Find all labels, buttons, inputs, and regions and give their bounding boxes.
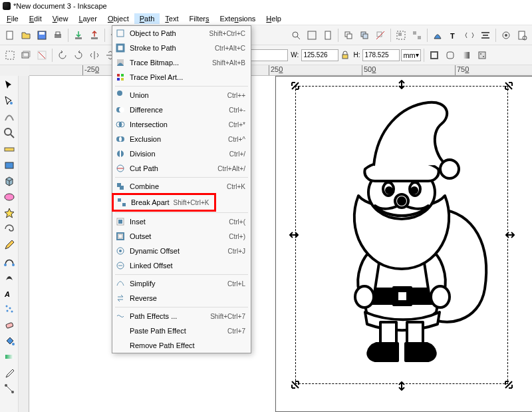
menu-item-reverse[interactable]: Reverse (112, 291, 251, 306)
duplicate-button[interactable] (341, 28, 356, 43)
zoom-selection-button[interactable] (289, 28, 303, 43)
pencil-tool[interactable] (1, 237, 17, 253)
menu-item-exclusion[interactable]: ExclusionCtrl+^ (112, 132, 251, 146)
xml-editor-button[interactable] (462, 28, 477, 43)
3dbox-tool[interactable] (1, 173, 17, 189)
spray-tool[interactable] (1, 301, 17, 317)
flip-h-button[interactable] (87, 48, 102, 63)
intersection-icon (115, 119, 126, 130)
clone-button[interactable] (357, 28, 372, 43)
spiral-tool[interactable] (1, 221, 17, 237)
menu-text[interactable]: Text (160, 13, 184, 24)
canvas-area[interactable] (29, 76, 532, 412)
scale-handle-n[interactable] (397, 80, 406, 89)
ellipse-tool[interactable] (1, 189, 17, 205)
scale-handle-ne[interactable] (504, 81, 513, 91)
measure-tool[interactable] (1, 141, 17, 157)
zoom-tool[interactable] (1, 125, 17, 141)
select-all-layers-button[interactable] (19, 48, 33, 63)
import-button[interactable] (71, 28, 86, 43)
menu-item-linked-offset[interactable]: Linked Offset (112, 258, 251, 273)
scale-handle-e[interactable] (505, 230, 515, 240)
bucket-tool[interactable] (1, 333, 17, 349)
print-button[interactable] (51, 28, 65, 43)
menu-item-cut-path[interactable]: Cut PathCtrl+Alt+/ (112, 161, 251, 176)
selector-tool[interactable] (1, 77, 17, 93)
deselect-button[interactable] (35, 48, 49, 63)
menu-item-simplify[interactable]: SimplifyCtrl+L (112, 276, 251, 291)
rotate-cw-button[interactable] (71, 48, 86, 63)
ruler-vertical (19, 76, 29, 412)
save-button[interactable] (35, 28, 49, 43)
zoom-page-button[interactable] (321, 28, 335, 43)
affect-stroke-button[interactable] (427, 48, 442, 63)
menu-item-dynamic-offset[interactable]: Dynamic OffsetCtrl+J (112, 244, 251, 258)
menu-item-trace-bitmap[interactable]: Trace Bitmap...Shift+Alt+B (112, 55, 251, 70)
text-tool[interactable]: A (1, 285, 17, 301)
star-tool[interactable] (1, 205, 17, 221)
menu-item-inset[interactable]: InsetCtrl+( (112, 214, 251, 229)
unit-selector[interactable]: mm ▾ (401, 49, 420, 61)
menu-layer[interactable]: Layer (73, 13, 102, 24)
menu-object[interactable]: Object (102, 13, 134, 24)
scale-handle-sw[interactable] (291, 380, 300, 389)
ungroup-button[interactable] (410, 28, 424, 43)
select-all-button[interactable] (3, 48, 17, 63)
rect-tool[interactable] (1, 157, 17, 173)
node-tool[interactable] (1, 93, 17, 109)
w-input[interactable] (301, 49, 338, 61)
dropper-tool[interactable] (1, 365, 17, 381)
menu-item-trace-pixel-art[interactable]: Trace Pixel Art... (112, 70, 251, 85)
menu-file[interactable]: File (1, 13, 24, 24)
menu-item-division[interactable]: DivisionCtrl+/ (112, 146, 251, 161)
scale-handle-se[interactable] (504, 380, 513, 389)
menu-item-intersection[interactable]: IntersectionCtrl+* (112, 117, 251, 132)
affect-pattern-button[interactable] (475, 48, 489, 63)
menu-extensions[interactable]: Extensions (215, 13, 261, 24)
menu-item-remove-path-effect[interactable]: Remove Path Effect (112, 338, 251, 353)
menu-item-combine[interactable]: CombineCtrl+K (112, 179, 251, 194)
linked-offset-icon (115, 260, 126, 271)
group-button[interactable] (394, 28, 408, 43)
menu-help[interactable]: Help (261, 13, 287, 24)
lock-icon[interactable] (340, 50, 350, 61)
menu-item-object-to-path[interactable]: Object to PathShift+Ctrl+C (112, 26, 251, 41)
affect-corners-button[interactable] (443, 48, 458, 63)
scale-handle-w[interactable] (289, 230, 299, 240)
rotate-ccw-button[interactable] (55, 48, 70, 63)
new-document-button[interactable] (3, 28, 17, 43)
tweak-tool[interactable] (1, 109, 17, 125)
menu-filters[interactable]: Filters (184, 13, 215, 24)
align-button[interactable] (478, 28, 493, 43)
svg-rect-0 (7, 31, 13, 39)
export-button[interactable] (87, 28, 102, 43)
menu-item-outset[interactable]: OutsetCtrl+) (112, 229, 251, 244)
gradient-tool[interactable] (1, 349, 17, 365)
connector-tool[interactable] (1, 381, 17, 397)
calligraphy-tool[interactable] (1, 269, 17, 285)
svg-rect-9 (325, 31, 331, 39)
y-input[interactable] (251, 49, 288, 61)
menu-path[interactable]: Path (134, 13, 160, 24)
open-button[interactable] (19, 28, 33, 43)
preferences-button[interactable] (499, 28, 513, 43)
bezier-tool[interactable] (1, 253, 17, 269)
menu-edit[interactable]: Edit (24, 13, 47, 24)
text-button[interactable]: T (446, 28, 461, 43)
h-input[interactable] (362, 49, 400, 61)
zoom-drawing-button[interactable] (305, 28, 319, 43)
menu-item-paste-path-effect[interactable]: Paste Path EffectCtrl+7 (112, 323, 251, 338)
fill-stroke-button[interactable] (430, 28, 445, 43)
menu-item-difference[interactable]: DifferenceCtrl+- (112, 103, 251, 117)
menu-item-path-effects[interactable]: Path Effects ...Shift+Ctrl+7 (112, 309, 251, 323)
scale-handle-s[interactable] (397, 381, 406, 391)
affect-gradient-button[interactable] (459, 48, 473, 63)
doc-properties-button[interactable] (515, 28, 529, 43)
menu-view[interactable]: View (47, 13, 74, 24)
unlink-clone-button[interactable] (373, 28, 388, 43)
eraser-tool[interactable] (1, 317, 17, 333)
menu-item-stroke-to-path[interactable]: Stroke to PathCtrl+Alt+C (112, 41, 251, 55)
scale-handle-nw[interactable] (291, 81, 300, 91)
menu-item-union[interactable]: UnionCtrl++ (112, 88, 251, 103)
menu-item-break-apart[interactable]: Break ApartShift+Ctrl+K (114, 195, 214, 210)
